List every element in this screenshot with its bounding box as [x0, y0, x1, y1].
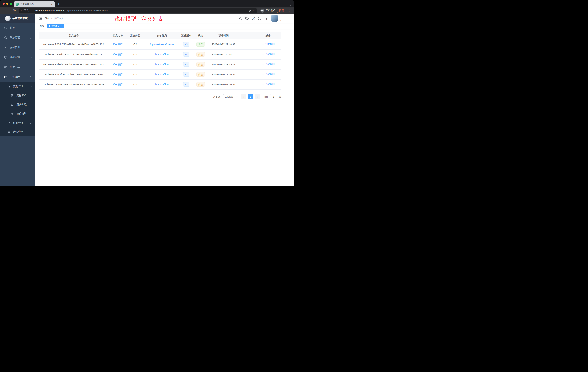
next-page-button[interactable]: ›: [255, 94, 260, 99]
sidebar-item-process-model[interactable]: 流程模型: [0, 109, 35, 118]
logo-title: 芋道管理系统: [12, 17, 28, 20]
assign-rule-button[interactable]: 分配规则: [262, 43, 274, 46]
incognito-icon: [260, 9, 264, 12]
briefcase-icon: [4, 76, 7, 78]
reload-button[interactable]: ↻: [12, 8, 17, 13]
tag-process-definition[interactable]: 流程定义 ×: [47, 24, 64, 28]
github-icon[interactable]: [245, 16, 249, 21]
cell-category: OA: [127, 69, 144, 79]
table-row: oa_leave:2:3c1f0ef1-76b1-11ec-9c66-a2380…: [39, 69, 281, 79]
tag-label: 首页: [40, 24, 44, 27]
cell-spacer: [239, 79, 255, 89]
definition-name-link[interactable]: OA 请假: [113, 43, 122, 46]
chevron-down-icon: [30, 56, 32, 58]
page-size-select[interactable]: 10条/页: [223, 94, 239, 99]
security-label[interactable]: 不安全: [24, 9, 31, 12]
cell-deploy-time: 2022-01-22 21:48:38: [208, 39, 239, 49]
cell-spacer: [239, 49, 255, 59]
navbar-icons: ? TT ▼: [238, 15, 281, 22]
sidebar-item-process-mgmt[interactable]: 流程管理: [0, 82, 35, 91]
version-badge: v4: [183, 52, 190, 57]
tab-search-chevron-icon[interactable]: [290, 3, 291, 6]
tag-home[interactable]: 首页: [38, 24, 46, 28]
form-link[interactable]: /bpm/oa/flow: [155, 73, 169, 76]
sidebar-toggle-icon[interactable]: [36, 17, 44, 20]
table-row: oa_leave:1:482ec033-762a-11ec-8477-a2380…: [39, 79, 281, 89]
form-link[interactable]: /bpm/oa/flow: [155, 53, 169, 56]
assign-rule-button[interactable]: 分配规则: [262, 63, 274, 66]
sidebar-item-label: 工作流程: [10, 75, 27, 79]
cell-id: oa_leave:1:482ec033-762a-11ec-8477-a2380…: [39, 79, 109, 89]
chevron-down-icon: [236, 96, 237, 97]
browser-menu-icon[interactable]: ⋮: [286, 9, 292, 12]
font-size-icon[interactable]: TT: [264, 16, 268, 21]
browser-tab[interactable]: 芋道管理系统 ×: [14, 1, 55, 7]
definition-name-link[interactable]: OA 请假: [113, 63, 122, 66]
workflow-submenu: 流程管理 流程表单: [0, 82, 35, 136]
minimize-window-button[interactable]: [6, 2, 8, 5]
form-link[interactable]: /bpm/oa/flow: [155, 63, 169, 66]
back-button[interactable]: ←: [2, 8, 7, 13]
person-icon: [262, 73, 264, 76]
prev-page-button[interactable]: ‹: [241, 94, 246, 99]
sidebar-item-label: 流程表单: [16, 94, 32, 97]
zoom-window-button[interactable]: [10, 2, 12, 5]
cell-deploy-time: 2022-01-16 17:46:53: [208, 69, 239, 79]
tab-close-icon[interactable]: ×: [50, 3, 53, 6]
goto-page-input[interactable]: [270, 94, 277, 99]
sidebar-item-label: 流程模型: [16, 112, 32, 115]
fullscreen-icon[interactable]: [257, 16, 262, 21]
person-icon: [262, 43, 264, 45]
incognito-label: 无痕模式: [266, 9, 275, 12]
traffic-lights: [2, 2, 12, 5]
sidebar-item-label: 任务管理: [13, 121, 27, 124]
help-icon[interactable]: ?: [251, 16, 255, 21]
sidebar-item-infrastructure[interactable]: 基础设施: [0, 52, 35, 62]
caret-down-icon: ▼: [280, 19, 281, 21]
column-header: 表单信息: [144, 32, 180, 39]
sidebar-logo[interactable]: 芋道管理系统: [0, 14, 35, 23]
form-link[interactable]: /bpm/oa/leave/create: [150, 43, 174, 46]
cell-id: oa_leave:5:004b710b-7b8a-11ec-8ef0-acde4…: [39, 39, 109, 49]
sidebar-item-workflow[interactable]: 工作流程: [0, 72, 35, 82]
definition-name-link[interactable]: OA 请假: [113, 53, 122, 56]
sidebar-item-task-mgmt[interactable]: 任务管理: [0, 118, 35, 127]
forward-button[interactable]: →: [7, 8, 12, 13]
sidebar-item-user-group[interactable]: 用户分组: [0, 100, 35, 109]
sidebar-item-home[interactable]: 首页: [0, 23, 35, 33]
assign-rule-button[interactable]: 分配规则: [262, 53, 274, 56]
table-row: oa_leave:3:1fad3d93-7b75-11ec-a3c8-acde4…: [39, 59, 281, 69]
sidebar-item-leave-query[interactable]: 请假查询: [0, 127, 35, 136]
password-key-icon[interactable]: [249, 9, 252, 12]
status-badge: 挂起: [196, 52, 205, 57]
assign-rule-button[interactable]: 分配规则: [262, 83, 274, 86]
version-badge: v5: [183, 42, 190, 47]
list-icon: [7, 85, 10, 88]
cell-deploy-time: 2022-01-22 20:34:10: [208, 49, 239, 59]
user-avatar[interactable]: [271, 15, 278, 22]
sidebar-item-process-form[interactable]: 流程表单: [0, 91, 35, 100]
sidebar-item-payment[interactable]: ¥ 支付管理: [0, 43, 35, 52]
tag-close-icon[interactable]: ×: [61, 25, 62, 27]
app-root: 芋道管理系统 首页 系统管理: [0, 14, 294, 186]
chevron-down-icon: [30, 66, 32, 68]
search-icon[interactable]: [238, 16, 243, 21]
new-tab-button[interactable]: +: [56, 1, 61, 7]
definition-name-link[interactable]: OA 请假: [113, 83, 122, 86]
assign-rule-button[interactable]: 分配规则: [262, 73, 274, 76]
column-spacer: [239, 32, 255, 39]
chrome-update-button[interactable]: 更新: [277, 8, 286, 13]
breadcrumb-home[interactable]: 首页: [44, 17, 50, 20]
form-link[interactable]: /bpm/oa/flow: [155, 83, 169, 86]
sidebar-item-system[interactable]: 系统管理: [0, 33, 35, 43]
sidebar-item-label: 首页: [10, 26, 32, 30]
breadcrumb-separator: /: [51, 17, 52, 20]
page-number-button[interactable]: 1: [248, 94, 253, 99]
definition-name-link[interactable]: OA 请假: [113, 73, 122, 76]
close-window-button[interactable]: [2, 2, 5, 5]
cell-id: oa_leave:3:1fad3d93-7b75-11ec-a3c8-acde4…: [39, 59, 109, 69]
bookmark-star-icon[interactable]: ☆: [253, 9, 255, 12]
column-header: 部署时间: [208, 32, 239, 39]
url-bar[interactable]: ⚠ 不安全 dashboard.yudao.iocoder.cn /bpm/ma…: [19, 8, 257, 13]
sidebar-item-devtools[interactable]: 研发工具: [0, 62, 35, 72]
